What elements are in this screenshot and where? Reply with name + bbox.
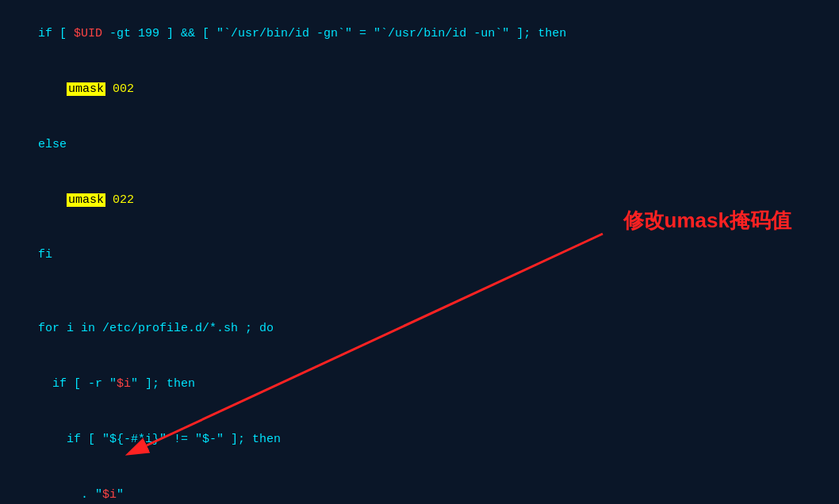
umask-highlight-1: umask (67, 82, 105, 96)
code-line-7: for i in /etc/profile.d/*.sh ; do (10, 301, 829, 357)
code-line-1: if [ $UID -gt 199 ] && [ "`/usr/bin/id -… (10, 6, 829, 62)
code-line-3: else (10, 117, 829, 173)
annotation-text: 修改umask掩码值 (623, 204, 791, 236)
code-line-10: . "$i" (10, 467, 829, 504)
code-line-2: umask 002 (10, 62, 829, 117)
var-uid: $UID (74, 27, 102, 40)
code-line-9: if [ "${-#*i}" != "$-" ]; then (10, 412, 829, 468)
code-line-8: if [ -r "$i" ]; then (10, 357, 829, 412)
code-line-empty1 (10, 283, 829, 301)
umask-highlight-2: umask (67, 193, 105, 207)
kw-if: if [ (38, 27, 74, 40)
code-display: if [ $UID -gt 199 ] && [ "`/usr/bin/id -… (0, 0, 839, 504)
